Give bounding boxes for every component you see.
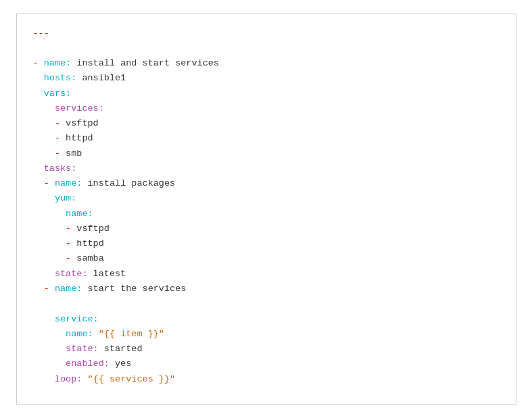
- line-16: - samba: [33, 251, 500, 266]
- code-block: --- - name: install and start services h…: [16, 14, 516, 405]
- line-13: name:: [33, 207, 500, 221]
- line-21: name: "{{ item }}": [33, 327, 500, 342]
- line-12: yum:: [33, 191, 500, 206]
- line-5: vars:: [33, 86, 500, 101]
- line-17: state: latest: [33, 267, 500, 282]
- line-23: enabled: yes: [33, 357, 500, 371]
- line-14: - vsftpd: [33, 221, 500, 236]
- line-20: service:: [33, 312, 500, 327]
- line-9: - smb: [33, 147, 500, 161]
- line-6: services:: [33, 101, 500, 116]
- line-10: tasks:: [33, 161, 500, 176]
- line-22: state: started: [33, 342, 500, 357]
- line-19: [33, 296, 500, 311]
- line-2: [33, 41, 500, 56]
- line-15: - httpd: [33, 236, 500, 251]
- line-7: - vsftpd: [33, 116, 500, 131]
- line-11: - name: install packages: [33, 176, 500, 191]
- line-8: - httpd: [33, 131, 500, 146]
- line-3: - name: install and start services: [33, 56, 500, 71]
- line-1: ---: [33, 26, 500, 41]
- line-24: loop: "{{ services }}": [33, 372, 500, 387]
- dash: ---: [33, 28, 49, 38]
- line-4: hosts: ansible1: [33, 71, 500, 86]
- line-18: - name: start the services: [33, 282, 500, 296]
